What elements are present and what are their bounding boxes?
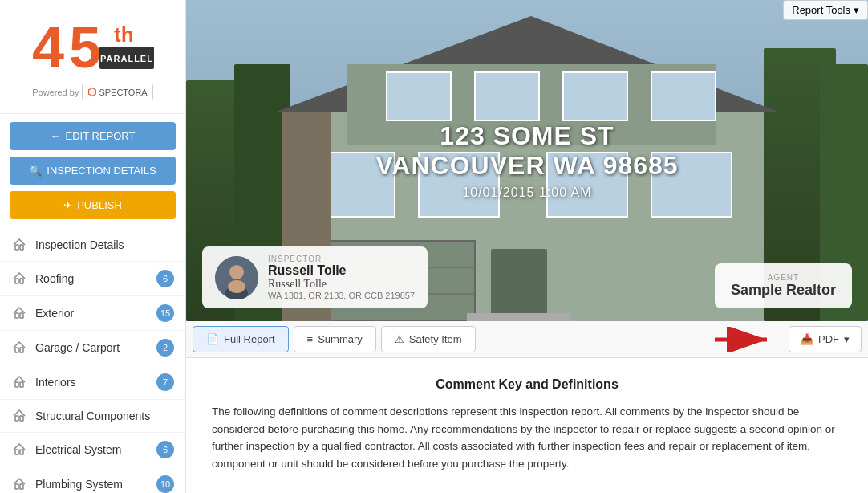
home-icon-interiors <box>11 374 27 390</box>
content-area[interactable]: Comment Key and Definitions The followin… <box>186 358 868 493</box>
svg-rect-29 <box>387 72 451 120</box>
edit-report-button[interactable]: ← EDIT REPORT <box>10 122 176 150</box>
sidebar-item-roofing[interactable]: Roofing 6 <box>0 262 185 296</box>
svg-text:5: 5 <box>69 15 101 77</box>
home-icon-structural <box>11 408 27 424</box>
pdf-chevron-icon: ▾ <box>844 333 850 345</box>
svg-rect-20 <box>20 484 23 489</box>
sidebar-item-structural[interactable]: Structural Components <box>0 400 185 433</box>
publish-button[interactable]: ✈ PUBLISH <box>10 191 176 219</box>
svg-rect-15 <box>15 416 18 421</box>
warning-icon: ⚠ <box>395 333 404 345</box>
chevron-down-icon: ▾ <box>854 4 859 16</box>
svg-rect-16 <box>20 416 23 421</box>
home-icon-plumbing <box>11 476 27 492</box>
summary-tab[interactable]: ≡ Summary <box>294 326 376 352</box>
svg-rect-19 <box>15 484 18 489</box>
sidebar-item-plumbing[interactable]: Plumbing System 10 <box>0 467 185 493</box>
inspector-avatar <box>215 256 258 299</box>
plumbing-badge: 10 <box>156 475 174 493</box>
inspector-license: WA 1301, OR 2133, OR CCB 219857 <box>268 291 415 300</box>
safety-item-tab[interactable]: ⚠ Safety Item <box>381 326 476 352</box>
logo-svg: 4 5 th PARALLEL <box>29 13 157 77</box>
pdf-button[interactable]: 📥 PDF ▾ <box>789 326 862 352</box>
svg-rect-9 <box>15 313 18 318</box>
report-tools-button[interactable]: Report Tools ▾ <box>783 0 868 20</box>
powered-by: Powered by ⬡ SPECTORA <box>13 84 172 100</box>
svg-point-46 <box>228 280 245 293</box>
inspection-details-button[interactable]: 🔍 INSPECTION DETAILS <box>10 157 176 185</box>
svg-text:4: 4 <box>32 15 64 77</box>
interiors-badge: 7 <box>156 373 174 391</box>
svg-rect-13 <box>15 382 18 387</box>
home-icon-electrical <box>11 442 27 458</box>
svg-rect-6 <box>20 245 23 250</box>
inspector-role-label: INSPECTOR <box>268 255 415 263</box>
svg-rect-40 <box>491 249 547 321</box>
hero-section: 123 SOME ST VANCOUVER WA 98685 10/01/201… <box>186 0 868 321</box>
nav-label-plumbing: Plumbing System <box>35 478 148 491</box>
pdf-icon: 📥 <box>801 333 813 345</box>
nav-label-exterior: Exterior <box>35 307 148 320</box>
sidebar-item-garage[interactable]: Garage / Carport 2 <box>0 331 185 365</box>
main-content: Report Tools ▾ <box>186 0 868 493</box>
svg-rect-30 <box>475 72 539 120</box>
list-icon: ≡ <box>307 333 314 345</box>
document-icon: 📄 <box>206 333 219 345</box>
svg-rect-8 <box>20 279 23 283</box>
svg-rect-10 <box>20 313 23 318</box>
tab-bar: 📄 Full Report ≡ Summary ⚠ Safety Item <box>186 321 868 358</box>
sidebar-item-exterior[interactable]: Exterior 15 <box>0 296 185 331</box>
svg-rect-32 <box>651 72 716 120</box>
svg-rect-12 <box>20 348 23 352</box>
comment-key-title: Comment Key and Definitions <box>212 377 842 392</box>
search-icon: 🔍 <box>29 165 42 177</box>
svg-point-44 <box>229 265 244 279</box>
sidebar-nav: Inspection Details Roofing 6 Exterior 15… <box>0 229 185 493</box>
inspector-signature: Russell Tolle <box>268 278 415 291</box>
arrow-indicator <box>715 327 779 352</box>
svg-rect-5 <box>15 245 18 250</box>
svg-text:th: th <box>114 22 134 47</box>
inspector-info: INSPECTOR Russell Tolle Russell Tolle WA… <box>268 255 415 300</box>
svg-rect-14 <box>20 382 23 387</box>
electrical-badge: 6 <box>156 441 174 458</box>
nav-label-interiors: Interiors <box>35 376 148 389</box>
home-icon <box>11 237 27 253</box>
inspector-name: Russell Tolle <box>268 263 415 278</box>
nav-label-structural: Structural Components <box>35 409 174 422</box>
svg-rect-11 <box>15 348 18 352</box>
hero-city: VANCOUVER WA 98685 <box>375 151 678 181</box>
comment-key-body: The following definitions of comment des… <box>212 403 842 472</box>
home-icon-roofing <box>11 271 27 287</box>
svg-rect-7 <box>15 279 18 283</box>
send-icon: ✈ <box>63 199 72 211</box>
svg-rect-31 <box>563 72 627 120</box>
nav-label-electrical: Electrical System <box>35 443 148 456</box>
svg-text:PARALLEL: PARALLEL <box>100 54 153 63</box>
nav-label-roofing: Roofing <box>35 272 148 285</box>
roofing-badge: 6 <box>156 270 174 287</box>
exterior-badge: 15 <box>156 304 174 322</box>
home-icon-garage <box>11 340 27 356</box>
full-report-tab[interactable]: 📄 Full Report <box>193 326 289 352</box>
hero-address: 123 SOME ST VANCOUVER WA 98685 10/01/201… <box>375 121 678 200</box>
sidebar-item-interiors[interactable]: Interiors 7 <box>0 365 185 400</box>
arrow-left-icon: ← <box>51 130 61 142</box>
agent-card: AGENT Sample Realtor <box>715 263 852 308</box>
sidebar-item-electrical[interactable]: Electrical System 6 <box>0 433 185 467</box>
inspector-card: INSPECTOR Russell Tolle Russell Tolle WA… <box>202 246 428 308</box>
spectora-badge: ⬡ SPECTORA <box>82 84 152 100</box>
hero-street: 123 SOME ST <box>375 121 678 151</box>
agent-name: Sample Realtor <box>731 282 836 299</box>
nav-label-inspection-details: Inspection Details <box>35 238 174 251</box>
garage-badge: 2 <box>156 339 174 357</box>
nav-label-garage: Garage / Carport <box>35 341 148 354</box>
sidebar: 4 5 th PARALLEL Powered by ⬡ SPECTORA ← … <box>0 0 186 493</box>
sidebar-item-inspection-details[interactable]: Inspection Details <box>0 229 185 262</box>
company-logo: 4 5 th PARALLEL <box>29 13 157 77</box>
svg-rect-17 <box>15 450 18 454</box>
hero-date: 10/01/2015 1:00 AM <box>375 185 678 200</box>
logo-area: 4 5 th PARALLEL Powered by ⬡ SPECTORA <box>0 0 185 114</box>
home-icon-exterior <box>11 305 27 321</box>
